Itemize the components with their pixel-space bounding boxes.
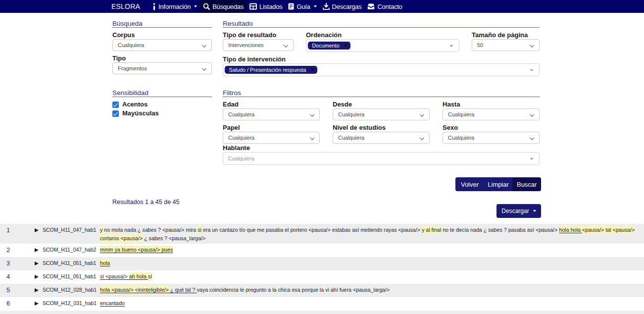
desde-select[interactable]: Cualquiera — [333, 108, 430, 120]
papel-select[interactable]: Cualquiera — [223, 132, 320, 144]
mayusculas-label: Mayúsculas — [122, 110, 159, 117]
intervention-link[interactable]: encantado — [100, 300, 125, 306]
document-id: SCOM_H11_047_hab2 — [43, 246, 100, 254]
ordenacion-multiselect[interactable]: Documento × — [306, 39, 459, 52]
caret-down-icon — [530, 69, 533, 71]
chevron-down-icon — [530, 112, 534, 116]
intervention-link[interactable]: mmm ya bueno <pausa/> pues — [100, 246, 173, 254]
chevron-down-icon — [530, 43, 534, 47]
corpus-select-value: Cualquiera — [118, 42, 144, 48]
hablante-multiselect[interactable]: Cualquiera — [223, 152, 540, 165]
papel-select-value: Cualquiera — [228, 135, 254, 141]
expand-row-icon[interactable] — [35, 226, 43, 232]
remove-tag-icon[interactable]: × — [345, 43, 347, 48]
result-row: 5SCOM_H12_028_hab1hola <pausa/> <inintel… — [0, 284, 644, 297]
result-row: 7 — [0, 311, 644, 314]
book-icon — [288, 3, 294, 10]
brand[interactable]: ESLORA — [111, 0, 140, 13]
document-id: SCOM_H12_028_hab1 — [43, 286, 100, 294]
navbar: ESLORA Información Búsquedas Listados Gu… — [0, 0, 644, 13]
expand-row-icon[interactable] — [35, 299, 43, 306]
mayusculas-checkbox[interactable] — [112, 110, 119, 117]
intervention-link[interactable]: hola <pausa/> <ininteligible/> — [100, 286, 170, 294]
chevron-down-icon — [194, 5, 197, 7]
result-row: 6SCOM_H12_031_hab1encantado — [0, 297, 644, 311]
result-row: 2SCOM_H11_047_hab2mmm ya bueno <pausa/> … — [0, 244, 644, 257]
context-text: cortaros <pausa/> — [100, 234, 143, 242]
nav-item-busquedas[interactable]: Búsquedas — [200, 0, 247, 13]
left-column: Búsqueda Corpus Cualquiera Tipo Fragment… — [112, 20, 212, 119]
tipo-intervencion-multiselect[interactable]: Saludo / Presentación respuesta × — [223, 63, 540, 76]
chevron-down-icon — [284, 43, 288, 47]
acentos-checkbox[interactable] — [112, 102, 119, 108]
results-table: 1SCOM_H11_047_hab1y no mola nada ¿ sabes… — [0, 224, 644, 314]
chevron-down-icon — [310, 135, 314, 140]
tipo-resultado-select[interactable]: Intervenciones — [223, 39, 294, 51]
edad-select[interactable]: Cualquiera — [223, 108, 320, 120]
nav-item-guia[interactable]: Guía — [285, 0, 319, 13]
nav-item-label: Listados — [259, 3, 282, 10]
sexo-select[interactable]: Cualquiera — [443, 132, 540, 144]
expand-row-icon[interactable] — [35, 272, 43, 279]
section-title-busqueda: Búsqueda — [112, 20, 212, 28]
desde-select-value: Cualquiera — [338, 111, 364, 117]
chevron-down-icon — [530, 135, 534, 140]
intervention-text: mmm ya bueno <pausa/> pues — [100, 246, 640, 254]
caret-down-icon — [530, 158, 533, 160]
context-text: vaya coincidencia le pregunto a la chica… — [197, 287, 390, 293]
expand-row-icon[interactable] — [35, 286, 43, 292]
intervention-text: hola — [100, 259, 640, 267]
nav-item-label: Información — [158, 3, 191, 10]
nivel-estudios-select[interactable]: Cualquiera — [333, 132, 430, 144]
nav-item-label: Búsquedas — [212, 3, 244, 10]
hasta-select[interactable]: Cualquiera — [443, 108, 540, 120]
tipo-resultado-label: Tipo de resultado — [223, 32, 294, 39]
expand-row-icon[interactable] — [35, 259, 43, 265]
nav-item-listados[interactable]: Listados — [247, 0, 285, 13]
tipo-resultado-select-value: Intervenciones — [228, 42, 264, 48]
descargar-label: Descargar — [501, 208, 529, 214]
descargar-button[interactable]: Descargar — [496, 204, 541, 218]
sexo-select-value: Cualquiera — [448, 135, 474, 141]
info-icon — [152, 3, 156, 10]
nav-item-descargas[interactable]: Descargas — [320, 0, 365, 13]
volver-button[interactable]: Volver — [455, 177, 484, 191]
context-text: no te decía nada ¿ sabes ? pasaba así <p… — [441, 227, 559, 233]
context-text: <pausa/> tal <pausa/> — [582, 226, 635, 234]
intervention-link[interactable]: ¿ qué tal ? — [170, 287, 197, 293]
result-row: 3SCOM_H11_051_hab1hola — [0, 257, 644, 270]
intervention-link[interactable]: ah hola — [129, 272, 148, 280]
intervention-link[interactable]: hola hola — [559, 226, 582, 234]
sexo-label: Sexo — [443, 124, 540, 131]
document-id: SCOM_H11_051_hab1 — [43, 259, 100, 267]
search-icon — [203, 3, 210, 10]
tamano-pagina-label: Tamaño de página — [472, 32, 540, 39]
nav-item-informacion[interactable]: Información — [149, 0, 200, 13]
chevron-down-icon — [420, 112, 424, 116]
chevron-down-icon — [310, 112, 314, 116]
tamano-pagina-select[interactable]: 50 — [472, 39, 540, 51]
hasta-label: Hasta — [443, 101, 540, 108]
intervention-link[interactable]: sí <pausa/> — [100, 273, 129, 279]
buscar-button[interactable]: Buscar — [512, 177, 541, 191]
chevron-down-icon — [314, 5, 317, 7]
main-container: Búsqueda Corpus Cualquiera Tipo Fragment… — [112, 20, 541, 314]
chevron-down-icon — [202, 66, 206, 70]
corpus-select[interactable]: Cualquiera — [112, 39, 212, 51]
nav-item-contacto[interactable]: Contacto — [364, 0, 405, 13]
remove-tag-icon[interactable]: × — [311, 67, 314, 72]
expand-row-icon[interactable] — [35, 246, 43, 252]
hasta-select-value: Cualquiera — [448, 111, 474, 117]
tipo-intervencion-tag: Saludo / Presentación respuesta × — [225, 66, 317, 74]
row-number: 5 — [0, 286, 35, 294]
tipo-select[interactable]: Fragmentos — [112, 62, 212, 74]
context-text: ¿ sabes ? <pausa_larga/> — [143, 235, 205, 241]
row-number: 3 — [0, 259, 35, 267]
intervention-link[interactable]: hola — [100, 259, 110, 267]
form-actions: Volver Limpiar Buscar — [455, 177, 541, 191]
limpiar-button[interactable]: Limpiar — [484, 177, 513, 191]
corpus-label: Corpus — [112, 32, 212, 39]
edad-label: Edad — [223, 101, 320, 108]
tipo-label: Tipo — [112, 55, 212, 62]
row-number: 6 — [0, 299, 35, 308]
